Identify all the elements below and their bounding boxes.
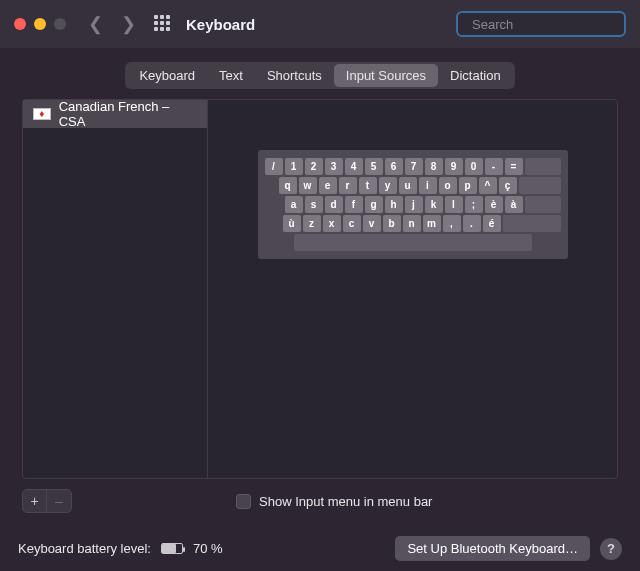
key: e (319, 177, 337, 194)
key: s (305, 196, 323, 213)
key: o (439, 177, 457, 194)
key: ù (283, 215, 301, 232)
footer: Keyboard battery level: 70 % Set Up Blue… (0, 536, 640, 561)
remove-source-button: – (47, 490, 71, 512)
tab-bar: KeyboardTextShortcutsInput SourcesDictat… (0, 62, 640, 89)
key: x (323, 215, 341, 232)
key: . (463, 215, 481, 232)
key: = (505, 158, 523, 175)
tab-text[interactable]: Text (207, 64, 255, 87)
key: 8 (425, 158, 443, 175)
minimize-window-icon[interactable] (34, 18, 46, 30)
all-prefs-icon[interactable] (154, 15, 172, 33)
zoom-window-icon (54, 18, 66, 30)
key: r (339, 177, 357, 194)
key: - (485, 158, 503, 175)
key: l (445, 196, 463, 213)
key: 5 (365, 158, 383, 175)
nav-back-forward: ❮ ❯ (88, 13, 136, 35)
battery-label: Keyboard battery level: (18, 541, 151, 556)
key: d (325, 196, 343, 213)
key: 4 (345, 158, 363, 175)
help-button[interactable]: ? (600, 538, 622, 560)
close-window-icon[interactable] (14, 18, 26, 30)
key: ç (499, 177, 517, 194)
key: 1 (285, 158, 303, 175)
key: i (419, 177, 437, 194)
battery-icon (161, 543, 183, 554)
key: / (265, 158, 283, 175)
window-controls (14, 18, 66, 30)
forward-icon: ❯ (121, 13, 136, 35)
key: f (345, 196, 363, 213)
key: u (399, 177, 417, 194)
tab-dictation[interactable]: Dictation (438, 64, 513, 87)
key: w (299, 177, 317, 194)
key: y (379, 177, 397, 194)
key: è (485, 196, 503, 213)
key: m (423, 215, 441, 232)
back-icon[interactable]: ❮ (88, 13, 103, 35)
key: 7 (405, 158, 423, 175)
keyboard-layout: /1234567890-=qwertyuiop^çasdfghjkl;èàùzx… (258, 150, 568, 259)
key: a (285, 196, 303, 213)
key: t (359, 177, 377, 194)
key: 9 (445, 158, 463, 175)
search-field[interactable] (456, 11, 626, 37)
input-sources-list[interactable]: ♦ Canadian French – CSA (23, 100, 208, 478)
key: é (483, 215, 501, 232)
canada-flag-icon: ♦ (33, 108, 51, 120)
key: g (365, 196, 383, 213)
page-title: Keyboard (186, 16, 255, 33)
keyboard-preview: /1234567890-=qwertyuiop^çasdfghjkl;èàùzx… (208, 100, 617, 478)
input-source-name: Canadian French – CSA (59, 99, 197, 129)
key: à (505, 196, 523, 213)
battery-percent: 70 % (193, 541, 223, 556)
key: 2 (305, 158, 323, 175)
key: , (443, 215, 461, 232)
key: b (383, 215, 401, 232)
add-source-button[interactable]: + (23, 490, 47, 512)
key: 0 (465, 158, 483, 175)
setup-bluetooth-button[interactable]: Set Up Bluetooth Keyboard… (395, 536, 590, 561)
under-panel-row: + – Show Input menu in menu bar (22, 489, 618, 513)
main-panel: ♦ Canadian French – CSA /1234567890-=qwe… (22, 99, 618, 479)
key: j (405, 196, 423, 213)
input-source-row[interactable]: ♦ Canadian French – CSA (23, 100, 207, 128)
key: ; (465, 196, 483, 213)
key: 6 (385, 158, 403, 175)
key: 3 (325, 158, 343, 175)
key: ^ (479, 177, 497, 194)
key: n (403, 215, 421, 232)
key: q (279, 177, 297, 194)
show-input-menu-label: Show Input menu in menu bar (259, 494, 432, 509)
add-remove-segment: + – (22, 489, 72, 513)
tab-keyboard[interactable]: Keyboard (127, 64, 207, 87)
key: k (425, 196, 443, 213)
key: z (303, 215, 321, 232)
tab-shortcuts[interactable]: Shortcuts (255, 64, 334, 87)
key: v (363, 215, 381, 232)
show-input-menu-checkbox[interactable] (236, 494, 251, 509)
tab-input-sources[interactable]: Input Sources (334, 64, 438, 87)
key: c (343, 215, 361, 232)
key: h (385, 196, 403, 213)
search-input[interactable] (472, 17, 640, 32)
titlebar: ❮ ❯ Keyboard (0, 0, 640, 48)
key: p (459, 177, 477, 194)
